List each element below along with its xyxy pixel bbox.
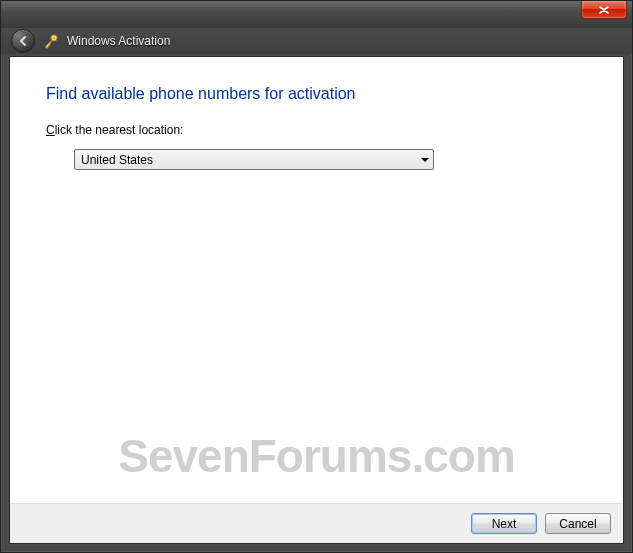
nav-row: Windows Activation xyxy=(1,28,632,54)
location-selected-value: United States xyxy=(81,153,153,167)
activation-window: Windows Activation Find available phone … xyxy=(0,0,633,553)
cancel-button[interactable]: Cancel xyxy=(545,513,611,534)
activation-key-icon xyxy=(43,33,59,49)
svg-point-1 xyxy=(53,37,55,39)
back-button[interactable] xyxy=(11,29,35,53)
close-button[interactable] xyxy=(581,1,627,19)
client-area: Find available phone numbers for activat… xyxy=(9,56,624,544)
instruction-text: Click the nearest location: xyxy=(46,123,587,137)
close-icon xyxy=(599,6,609,14)
location-dropdown[interactable]: United States xyxy=(74,149,434,170)
content-area: Find available phone numbers for activat… xyxy=(10,57,623,503)
window-title: Windows Activation xyxy=(67,34,170,48)
footer: Next Cancel xyxy=(10,503,623,543)
page-heading: Find available phone numbers for activat… xyxy=(46,85,587,103)
chevron-down-icon xyxy=(421,158,429,162)
titlebar xyxy=(1,1,632,28)
back-arrow-icon xyxy=(16,34,30,48)
next-button[interactable]: Next xyxy=(471,513,537,534)
